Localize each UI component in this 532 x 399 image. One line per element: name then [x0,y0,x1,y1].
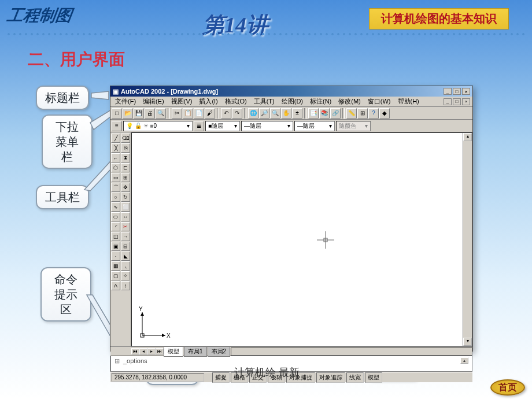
circle-icon[interactable]: ○ [111,193,120,202]
linetype-dropdown[interactable]: — 随层▾ [241,121,293,131]
array-icon[interactable]: ⊞ [121,173,130,182]
help-icon[interactable]: ? [368,108,379,119]
ellipse-arc-icon[interactable]: ◜ [111,222,120,231]
match-icon[interactable]: 🖌 [205,108,215,119]
move-icon[interactable]: ✥ [121,183,130,192]
layer-manage-icon[interactable]: ≡ [112,121,122,131]
pline-icon[interactable]: ⌐ [111,153,120,162]
scroll-right-icon[interactable]: ▸ [147,348,156,354]
status-btn[interactable]: 模型 [365,372,382,383]
vscrollbar[interactable]: ▴ ▾ [463,133,472,346]
explode-icon[interactable]: ✧ [121,271,130,280]
menu-item[interactable]: 绘图(D) [279,97,305,106]
lineweight-dropdown[interactable]: — 随层▾ [294,121,335,131]
mirror-icon[interactable]: ⧗ [121,153,130,162]
doc-minimize-button[interactable]: _ [444,98,452,105]
cad-tabs-row: ⏮ ◂ ▸ ⏭ 模型 布局1 布局2 [110,346,472,356]
redo-icon[interactable]: ↷ [232,108,242,119]
asst-icon[interactable]: ◆ [379,108,390,119]
print-icon[interactable]: 🖨 [145,108,155,119]
crosshair-cursor [317,231,334,249]
hscrollbar[interactable] [231,348,472,356]
close-button[interactable]: × [462,88,470,95]
layer-prev-icon[interactable]: ≣ [194,121,204,131]
cut-icon[interactable]: ✂ [172,108,182,119]
mtext-icon[interactable]: A [111,281,120,290]
region-icon[interactable]: ▢ [111,271,120,280]
status-coords: 295.3278, 182.8358, 0.0000 [112,373,204,382]
tab-layout1[interactable]: 布局1 [184,346,207,357]
erase-icon[interactable]: ⌫ [121,134,130,143]
point-icon[interactable]: · [111,252,120,261]
zoom-prev-icon[interactable]: 🔍 [270,108,280,119]
mblock-icon[interactable]: ▣ [111,242,120,251]
lengthen-icon[interactable]: ↕ [121,281,130,290]
maximize-button[interactable]: □ [453,88,461,95]
tab-layout2[interactable]: 布局2 [208,346,231,357]
xline-icon[interactable]: ╳ [111,143,120,153]
menu-item[interactable]: 窗口(W) [365,97,393,106]
extend-icon[interactable]: → [121,232,130,241]
new-icon[interactable]: □ [112,108,122,119]
menu-item[interactable]: 插入(I) [197,97,220,106]
cmd-handle-icon[interactable]: ⊞ [114,357,120,365]
break-icon[interactable]: ⊟ [121,242,130,251]
fillet-icon[interactable]: ◟ [121,261,130,271]
stretch-icon[interactable]: ↔ [121,212,130,221]
cad-menubar[interactable]: 文件(F) 编辑(E) 视图(V) 插入(I) 格式(O) 工具(T) 绘图(D… [110,97,472,107]
scroll-left-icon[interactable]: ◂ [139,348,147,354]
home-button[interactable]: 首页 [490,379,525,396]
menu-item[interactable]: 帮助(H) [396,97,422,106]
menu-item[interactable]: 标注(N) [308,97,334,106]
copy-obj-icon[interactable]: ⎘ [121,143,130,153]
cmd-scroll-up-icon[interactable]: ▴ [460,357,468,364]
cad-drawing-area[interactable]: X Y ▴ ▾ [131,132,472,346]
block-icon[interactable]: ◫ [111,232,120,241]
doc-maximize-button[interactable]: □ [453,98,461,105]
undo-icon[interactable]: ↶ [221,108,231,119]
rect-icon[interactable]: ▭ [111,173,120,182]
menu-item[interactable]: 工具(T) [252,97,277,106]
scale-icon[interactable]: ⬜ [121,202,130,212]
color-dropdown[interactable]: ■ 随层▾ [205,121,240,131]
layer-dropdown[interactable]: 💡 🔓 ☀ ■ 0▾ [123,121,193,131]
offset-icon[interactable]: ⊏ [121,163,130,172]
menu-item[interactable]: 编辑(E) [141,97,167,106]
ucs-icon-btn[interactable]: ⊞ [357,108,368,119]
polygon-icon[interactable]: ⬡ [111,163,120,172]
rotate-icon[interactable]: ↻ [121,193,130,202]
open-icon[interactable]: 📂 [123,108,133,119]
today-icon[interactable]: 🌐 [248,108,258,119]
menu-item[interactable]: 格式(O) [223,97,249,106]
scroll-last-icon[interactable]: ⏭ [156,348,164,354]
chamfer-icon[interactable]: ◣ [121,252,130,261]
callout-toolbar: 工具栏 [36,185,89,209]
save-icon[interactable]: 💾 [134,108,144,119]
minimize-button[interactable]: _ [444,88,452,95]
line-icon[interactable]: ╱ [111,134,120,143]
scroll-first-icon[interactable]: ⏮ [131,348,139,354]
hatch-icon[interactable]: ▦ [111,261,120,271]
status-btn[interactable]: 对象追踪 [316,372,345,383]
preview-icon[interactable]: 🔍 [156,108,166,119]
status-btn[interactable]: 捕捉 [212,372,230,383]
ellipse-icon[interactable]: ⬭ [111,212,120,221]
arc-icon[interactable]: ⌒ [111,183,120,192]
dist-icon[interactable]: 📏 [346,108,357,119]
menu-item[interactable]: 视图(V) [169,97,195,106]
doc-close-button[interactable]: × [462,98,470,105]
menu-item[interactable]: 修改(M) [336,97,363,106]
zoom-rt-icon[interactable]: ± [292,108,302,119]
status-btn[interactable]: 线宽 [346,372,364,383]
menu-item[interactable]: 文件(F) [113,97,138,106]
dbconnect-icon[interactable]: 🔗 [330,108,341,119]
dcontent-icon[interactable]: 📚 [319,108,330,119]
props-icon[interactable]: 📑 [308,108,319,119]
spline-icon[interactable]: ∿ [111,202,120,212]
trim-icon[interactable]: ✂ [121,222,130,231]
zoom-icon[interactable]: 🔎 [259,108,269,119]
paste-icon[interactable]: 📄 [194,108,204,119]
tab-model[interactable]: 模型 [164,346,183,357]
pan-icon[interactable]: ✋ [281,108,291,119]
copy-icon[interactable]: 📋 [183,108,193,119]
